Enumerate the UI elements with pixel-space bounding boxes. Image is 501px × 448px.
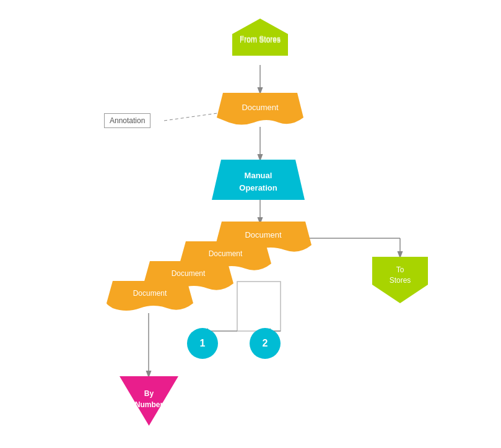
svg-text:Number: Number: [135, 400, 163, 409]
manual-operation-shape: Manual Operation: [212, 160, 305, 200]
svg-text:Document: Document: [133, 289, 167, 298]
svg-text:To: To: [396, 265, 404, 274]
document1-shape: Document: [217, 93, 303, 127]
annotation-box: Annotation: [104, 113, 150, 128]
circle1-label: 1: [200, 338, 206, 349]
circle1-shape: 1: [187, 328, 218, 359]
svg-line-9: [164, 113, 222, 121]
from-stores-label: From Stores: [240, 35, 281, 43]
annotation-label: Annotation: [110, 116, 145, 125]
svg-text:Document: Document: [209, 249, 243, 258]
to-stores-shape: To Stores: [372, 257, 428, 303]
svg-text:Operation: Operation: [239, 183, 277, 192]
svg-text:Manual: Manual: [245, 171, 272, 180]
svg-rect-5: [237, 282, 281, 331]
svg-text:Document: Document: [242, 103, 279, 112]
svg-text:Stores: Stores: [390, 276, 411, 285]
circle2-label: 2: [263, 338, 268, 349]
from-stores-shape: From Stores From Stores: [229, 15, 291, 65]
svg-text:By: By: [144, 389, 154, 398]
by-number-shape: By Number: [120, 376, 178, 426]
circle2-shape: 2: [250, 328, 281, 359]
diagram-container: From Stores From Stores Document Manual …: [0, 0, 501, 448]
document5-shape: Document: [107, 281, 193, 313]
svg-text:Document: Document: [245, 230, 282, 239]
svg-text:Document: Document: [172, 269, 206, 278]
